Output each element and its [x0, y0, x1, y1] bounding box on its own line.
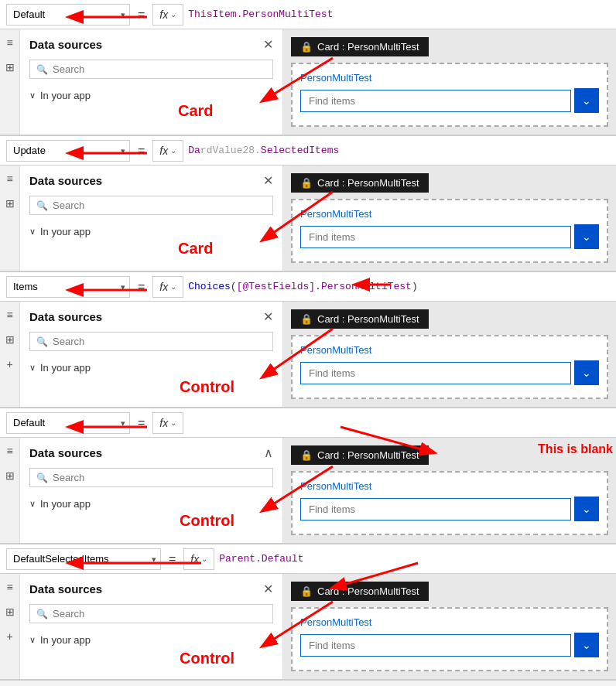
in-your-app-label-5: In your app	[40, 634, 91, 646]
dropdown-btn-4[interactable]: ⌄	[574, 497, 599, 521]
fx-button-3[interactable]: fx ⌄	[152, 276, 183, 298]
layers-icon-3[interactable]: ⊞	[3, 333, 17, 346]
property-dropdown-1[interactable]: Default	[6, 4, 130, 26]
chevron-fx-5: ⌄	[201, 555, 207, 563]
card-header-label-5: Card : PersonMultiTest	[317, 585, 419, 597]
panel-title-2: Data sources	[29, 174, 102, 187]
hamburger-icon-5[interactable]: ≡	[3, 580, 17, 594]
fx-button-4[interactable]: fx ⌄	[152, 412, 183, 434]
section-5-wrapper: DefaultSelectedItems = fx ⌄ Parent.Defau…	[0, 544, 616, 681]
in-your-app-5[interactable]: In your app	[29, 631, 273, 649]
search-input-5[interactable]	[53, 608, 266, 619]
dropdown-btn-3[interactable]: ⌄	[574, 360, 599, 385]
panel-title-1: Data sources	[29, 38, 102, 51]
in-your-app-4[interactable]: In your app	[29, 495, 273, 513]
fx-icon-2: fx	[159, 145, 168, 157]
combobox-row-1: ⌄	[300, 88, 599, 113]
panel-header-5: Data sources ✕	[29, 582, 273, 596]
close-button-1[interactable]: ✕	[263, 37, 273, 52]
card-field-label-1: PersonMultiTest	[300, 72, 599, 84]
right-panel-2: 🔒 Card : PersonMultiTest PersonMultiTest…	[283, 166, 616, 271]
fx-button-5[interactable]: fx ⌄	[183, 548, 214, 570]
property-dropdown-5[interactable]: DefaultSelectedItems	[6, 548, 161, 570]
close-button-3[interactable]: ✕	[263, 309, 273, 324]
find-items-input-1[interactable]	[300, 90, 571, 112]
search-box-5: 🔍	[29, 604, 273, 623]
layers-icon-4[interactable]: ⊞	[3, 469, 17, 483]
data-sources-panel-1: Data sources ✕ 🔍 In your app	[20, 29, 283, 135]
dropdown-btn-1[interactable]: ⌄	[574, 88, 599, 113]
fx-button-2[interactable]: fx ⌄	[152, 140, 183, 162]
search-input-4[interactable]	[53, 472, 266, 483]
formula-text-3: Choices([@TestFields].PersonMultiTest)	[188, 281, 610, 292]
search-input-1[interactable]	[53, 63, 266, 75]
section-4-wrapper: Default = fx ⌄ ≡ ⊞ Data sources ∧ 🔍	[0, 408, 616, 544]
fx-icon-3: fx	[159, 281, 168, 293]
property-dropdown-2[interactable]: Update	[6, 140, 130, 162]
property-dropdown-3[interactable]: Items	[6, 276, 130, 298]
card-header-label-2: Card : PersonMultiTest	[317, 177, 419, 189]
sidebar-5: ≡ ⊞ +	[0, 574, 20, 679]
card-body-1: PersonMultiTest ⌄	[291, 63, 608, 127]
sidebar-3: ≡ ⊞ +	[0, 302, 20, 407]
chevron-icon-1	[29, 90, 36, 101]
close-button-4[interactable]: ∧	[264, 445, 273, 460]
card-header-bar-1: 🔒 Card : PersonMultiTest	[291, 37, 429, 56]
hamburger-icon-1[interactable]: ≡	[3, 36, 17, 49]
search-icon-4: 🔍	[36, 473, 48, 483]
property-dropdown-4[interactable]: Default	[6, 412, 130, 434]
panel-title-3: Data sources	[29, 310, 102, 323]
data-sources-panel-4: Data sources ∧ 🔍 In your app	[20, 438, 283, 543]
in-your-app-2[interactable]: In your app	[29, 223, 273, 241]
search-input-3[interactable]	[53, 336, 266, 347]
card-field-label-3: PersonMultiTest	[300, 344, 599, 356]
property-select-wrap-4: Default	[6, 412, 130, 434]
section-1-wrapper: Default = fx ⌄ ThisItem.PersonMultiTest …	[0, 0, 616, 136]
hamburger-icon-3[interactable]: ≡	[3, 308, 17, 322]
card-header-label-4: Card : PersonMultiTest	[317, 449, 419, 461]
chevron-icon-4	[29, 499, 36, 509]
section-4: ≡ ⊞ Data sources ∧ 🔍 In your app	[0, 438, 616, 544]
search-input-2[interactable]	[53, 200, 266, 211]
equals-1: =	[135, 8, 148, 22]
formula-text-1: ThisItem.PersonMultiTest	[188, 9, 610, 20]
find-items-input-3[interactable]	[300, 362, 571, 384]
in-your-app-1[interactable]: In your app	[29, 87, 273, 104]
formula-text-2: DardValue28.SelectedItems	[188, 145, 610, 156]
layers-icon-5[interactable]: ⊞	[3, 605, 17, 619]
search-icon-3: 🔍	[36, 336, 48, 347]
card-body-4: PersonMultiTest ⌄	[291, 471, 608, 535]
dropdown-btn-2[interactable]: ⌄	[574, 224, 599, 249]
layers-icon-2[interactable]: ⊞	[3, 196, 17, 210]
layers-icon-1[interactable]: ⊞	[3, 60, 17, 74]
find-items-input-2[interactable]	[300, 226, 571, 248]
card-header-label-1: Card : PersonMultiTest	[317, 41, 419, 53]
find-items-input-5[interactable]	[300, 634, 571, 657]
card-body-3: PersonMultiTest ⌄	[291, 335, 608, 399]
close-button-5[interactable]: ✕	[263, 582, 273, 596]
data-sources-panel-5: Data sources ✕ 🔍 In your app	[20, 574, 283, 679]
card-header-bar-5: 🔒 Card : PersonMultiTest	[291, 582, 429, 601]
formula-bar-1: Default = fx ⌄ ThisItem.PersonMultiTest	[0, 0, 616, 29]
section-3-wrapper: Items = fx ⌄ Choices([@TestFields].Perso…	[0, 272, 616, 408]
property-select-wrap-3: Items	[6, 276, 130, 298]
formula-bar-3: Items = fx ⌄ Choices([@TestFields].Perso…	[0, 272, 616, 302]
chevron-icon-3	[29, 363, 36, 373]
dropdown-btn-5[interactable]: ⌄	[574, 633, 599, 657]
right-panel-3: 🔒 Card : PersonMultiTest PersonMultiTest…	[283, 302, 616, 407]
combobox-row-4: ⌄	[300, 497, 599, 521]
hamburger-icon-2[interactable]: ≡	[3, 172, 17, 186]
find-items-input-4[interactable]	[300, 498, 571, 520]
in-your-app-3[interactable]: In your app	[29, 359, 273, 377]
fx-button-1[interactable]: fx ⌄	[152, 4, 183, 26]
close-button-2[interactable]: ✕	[263, 173, 273, 188]
hamburger-icon-4[interactable]: ≡	[3, 444, 17, 458]
plus-icon-3[interactable]: +	[3, 357, 17, 371]
equals-2: =	[135, 144, 148, 158]
property-select-wrap-2: Update	[6, 140, 130, 162]
data-sources-panel-3: Data sources ✕ 🔍 In your app	[20, 302, 283, 407]
lock-icon-1: 🔒	[300, 41, 313, 53]
in-your-app-label-4: In your app	[40, 498, 91, 510]
chevron-icon-5	[29, 635, 36, 645]
plus-icon-5[interactable]: +	[3, 630, 17, 643]
